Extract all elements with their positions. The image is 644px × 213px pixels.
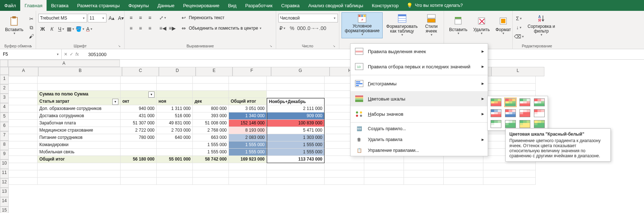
col-A[interactable]: A — [8, 60, 120, 67]
insert-fx-button[interactable]: fx — [75, 52, 79, 57]
tell-me-box[interactable]: 💡 Что вы хотите сделать? — [406, 0, 463, 11]
scale-blue-white-red[interactable] — [491, 109, 501, 117]
scale-green-white[interactable] — [491, 120, 501, 128]
bold-button[interactable]: Ж — [38, 25, 47, 33]
cf-new-rule[interactable]: 🆕 Создать правило... — [351, 123, 488, 134]
name-box-drop-icon[interactable]: ▼ — [54, 53, 61, 56]
row-13[interactable]: 13 — [0, 188, 9, 197]
autosum-button[interactable]: Σ▼ — [515, 14, 523, 23]
thousands-button[interactable]: 000 — [297, 24, 306, 33]
name-box-input[interactable] — [0, 52, 54, 57]
cf-manage-rules[interactable]: 📋 Управление правилами... — [351, 145, 488, 156]
col-G[interactable]: G — [271, 67, 330, 76]
percent-button[interactable]: % — [288, 24, 296, 33]
row-15[interactable]: 15 — [0, 206, 9, 213]
merge-center-button[interactable]: ⇔ Объединить и поместить в центре ▼ — [179, 24, 262, 33]
tab-home[interactable]: Главная — [20, 0, 47, 11]
align-center-button[interactable]: ≡ — [136, 24, 145, 33]
increase-decimal-button[interactable]: →.00 — [316, 24, 325, 33]
decrease-indent-button[interactable]: ≡◀ — [158, 24, 167, 33]
insert-button[interactable]: Вставить▼ — [446, 12, 470, 38]
scale-white-green[interactable] — [505, 120, 516, 128]
fill-color-button[interactable]: 🪣▼ — [76, 25, 84, 33]
col-C[interactable]: C — [122, 67, 159, 76]
cf-clear-rules[interactable]: 🗑 Удалить правила ▶ — [351, 134, 488, 145]
accept-edit-button[interactable]: ✓ — [70, 52, 73, 57]
italic-button[interactable]: К — [48, 25, 56, 33]
col-E[interactable]: E — [196, 67, 232, 76]
tab-insert[interactable]: Вставка — [47, 0, 73, 11]
row-14[interactable]: 14 — [0, 197, 9, 206]
cut-button[interactable]: ✂ — [27, 14, 36, 23]
tab-data[interactable]: Данные — [153, 0, 179, 11]
select-all[interactable] — [0, 67, 9, 75]
sort-filter-button[interactable]: АЯ Сортировка и фильтр▼ — [523, 12, 559, 38]
row-3[interactable]: 3 — [0, 94, 9, 103]
row-1[interactable]: 1 — [0, 75, 9, 84]
col-filter-button[interactable]: ▼ — [148, 91, 155, 98]
font-family-combo[interactable]: Trebuchet MS ▼ — [38, 14, 87, 22]
copy-button[interactable]: ⧉ — [27, 23, 36, 32]
tab-formulas[interactable]: Формулы — [124, 0, 153, 11]
orientation-button[interactable]: ⤢▼ — [158, 13, 167, 22]
col-B[interactable]: B — [38, 67, 122, 76]
col-L[interactable]: L — [491, 67, 544, 76]
select-all-corner[interactable] — [0, 60, 8, 67]
scale-red-white[interactable] — [534, 109, 545, 117]
cancel-edit-button[interactable]: ✕ — [64, 52, 68, 57]
fill-button[interactable]: ↓▼ — [515, 23, 523, 32]
decrease-font-button[interactable]: A▾ — [117, 14, 125, 22]
increase-indent-button[interactable]: ≡▶ — [168, 24, 177, 33]
row-6[interactable]: 6 — [0, 122, 9, 131]
align-bottom-button[interactable]: ≡ — [145, 13, 154, 22]
number-launcher[interactable]: ↘ — [332, 44, 336, 48]
format-as-table-button[interactable]: Форматировать как таблицу▼ — [383, 12, 421, 38]
align-launcher[interactable]: ↘ — [269, 44, 273, 48]
sheet-grid[interactable]: A — [0, 60, 644, 67]
tab-view[interactable]: Вид — [224, 0, 241, 11]
cf-icon-sets[interactable]: Наборы значков ▶ — [351, 106, 488, 122]
scale-yellow-green[interactable] — [534, 120, 545, 128]
col-D[interactable]: D — [159, 67, 196, 76]
cf-data-bars[interactable]: ГГистограммыистограммы ▶ — [351, 76, 488, 91]
tab-file[interactable]: Файл — [0, 0, 20, 11]
row-7[interactable]: 7 — [0, 131, 9, 141]
tab-developer[interactable]: Разработчик — [241, 0, 277, 11]
paste-button[interactable]: Вставить ▼ — [2, 12, 26, 38]
cf-top-bottom-rules[interactable]: 10 Правила отбора первых и последних зна… — [351, 59, 488, 74]
row-12[interactable]: 12 — [0, 178, 9, 188]
name-box[interactable]: ▼ — [0, 49, 62, 59]
clipboard-launcher[interactable]: ↘ — [29, 44, 33, 48]
col-A[interactable]: A — [9, 67, 38, 76]
cell-styles-button[interactable]: Стили ячеек▼ — [421, 12, 441, 38]
delete-button[interactable]: Удалить▼ — [470, 12, 493, 38]
align-left-button[interactable]: ≡ — [127, 24, 135, 33]
cf-color-scales[interactable]: Цветовые шкалы ▶ — [351, 91, 488, 106]
scale-red-white-green[interactable] — [534, 98, 545, 106]
row-9[interactable]: 9 — [0, 150, 9, 159]
align-middle-button[interactable]: ≡ — [136, 13, 145, 22]
font-launcher[interactable]: ↘ — [117, 44, 121, 48]
scale-green-white-red[interactable] — [519, 98, 530, 106]
row-filter-button[interactable]: ▼ — [112, 99, 118, 105]
tab-pivot-analyze[interactable]: Анализ сводной таблицы — [304, 0, 367, 11]
tab-page-layout[interactable]: Разметка страницы — [73, 0, 124, 11]
row-8[interactable]: 8 — [0, 141, 9, 150]
col-F[interactable]: F — [232, 67, 271, 76]
currency-button[interactable]: ₽▼ — [278, 24, 287, 33]
format-painter-button[interactable]: 🖌 — [27, 32, 36, 41]
scale-red-yellow-green[interactable] — [505, 98, 516, 106]
font-color-button[interactable]: A▼ — [85, 25, 94, 33]
row-11[interactable]: 11 — [0, 169, 9, 178]
conditional-formatting-button[interactable]: ≠ Условное форматирование▼ — [341, 12, 383, 38]
scale-green-yellow[interactable] — [519, 120, 530, 128]
align-top-button[interactable]: ≡ — [127, 13, 135, 22]
row-2[interactable]: 2 — [0, 84, 9, 94]
scale-white-red[interactable] — [519, 109, 530, 117]
scale-red-white-blue[interactable] — [505, 109, 516, 117]
number-format-combo[interactable]: Числовой ▼ — [278, 14, 338, 22]
font-size-combo[interactable]: 11 ▼ — [88, 14, 106, 22]
scale-green-yellow-red[interactable] — [491, 98, 501, 106]
row-10[interactable]: 10 — [0, 159, 9, 169]
tab-help[interactable]: Справка — [277, 0, 304, 11]
